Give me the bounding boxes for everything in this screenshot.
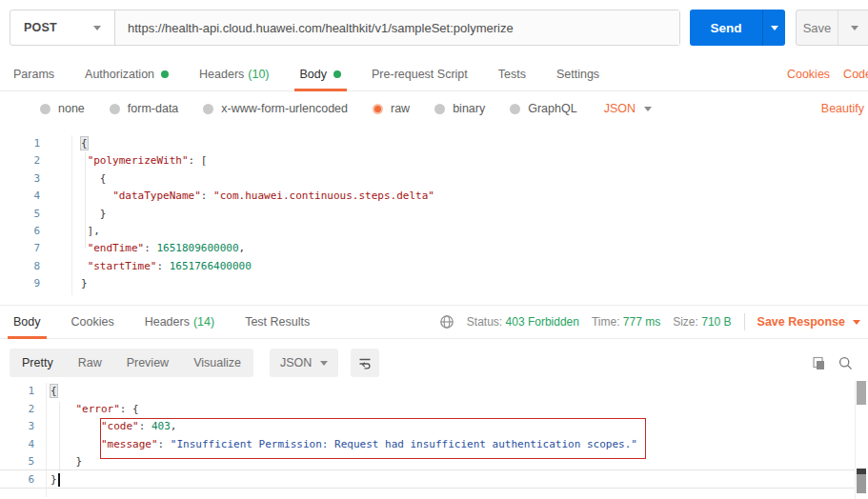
code-token: : — [201, 190, 213, 202]
wrap-text-button[interactable] — [351, 349, 379, 377]
radio-label: form-data — [128, 102, 179, 115]
radio-label: binary — [453, 102, 485, 115]
code-token: } — [50, 455, 82, 468]
cookies-link[interactable]: Cookies — [787, 68, 830, 81]
response-tab-body[interactable]: Body — [8, 306, 47, 338]
code-line: 6 ], — [0, 223, 868, 240]
code-token: : — [139, 420, 151, 432]
code-link[interactable]: Code — [843, 68, 868, 81]
radio-label: raw — [391, 102, 410, 115]
view-tab-visualize[interactable]: Visualize — [181, 349, 253, 377]
body-type-form-data[interactable]: form-data — [110, 102, 179, 115]
send-options-button[interactable] — [762, 10, 785, 46]
code-token: , — [171, 420, 177, 432]
save-button[interactable]: Save — [797, 10, 838, 45]
scrollbar-thumb[interactable] — [857, 381, 866, 405]
tab-authorization[interactable]: Authorization — [79, 57, 174, 90]
code-text: "endTime": 1651809600000, — [81, 240, 245, 257]
send-button-group: Send — [690, 10, 785, 46]
tab-settings[interactable]: Settings — [551, 57, 605, 90]
request-body-editor[interactable]: 1{2 "polymerizeWith": [3 {4 "dataTypeNam… — [0, 133, 868, 297]
save-response-button[interactable]: Save Response — [757, 315, 860, 329]
response-toolbar: PrettyRawPreviewVisualize JSON — [0, 345, 868, 381]
code-token: "dataTypeName" — [112, 190, 201, 202]
chevron-down-icon — [320, 361, 328, 366]
beautify-link[interactable]: Beautify — [821, 91, 864, 126]
code-line: 4 "dataTypeName": "com.huawei.continuous… — [0, 188, 868, 205]
tab-label: Headers — [145, 315, 190, 329]
radio-icon — [110, 104, 120, 114]
code-token: ], — [81, 225, 100, 237]
chevron-down-icon — [851, 26, 858, 30]
code-line: 1{ — [0, 135, 868, 152]
search-response-button[interactable] — [834, 351, 857, 374]
view-tab-label: Pretty — [22, 356, 53, 369]
body-type-x-www-form-urlencoded[interactable]: x-www-form-urlencoded — [203, 102, 348, 115]
line-number: 2 — [0, 152, 40, 170]
response-tab-cookies[interactable]: Cookies — [66, 306, 120, 338]
tab-count-badge: (14) — [193, 315, 214, 329]
scrollbar-thumb[interactable] — [857, 469, 866, 493]
tab-headers[interactable]: Headers(10) — [193, 57, 274, 90]
indent-guide — [85, 152, 86, 248]
save-button-group: Save — [796, 10, 868, 46]
code-text: ], — [81, 223, 100, 240]
code-token: : [ — [189, 154, 208, 167]
line-number: 1 — [0, 135, 40, 152]
code-token: : — [156, 260, 169, 272]
gutter-divider — [46, 383, 47, 497]
tab-pre-request-script[interactable]: Pre-request Script — [366, 57, 474, 90]
chevron-down-icon — [93, 26, 101, 30]
body-type-graphql[interactable]: GraphQL — [510, 102, 576, 115]
radio-icon — [434, 104, 445, 114]
tab-body[interactable]: Body — [294, 57, 348, 90]
code-line: 8 "startTime": 1651766400000 — [0, 258, 868, 275]
tab-label: Headers — [199, 68, 244, 81]
code-text: "message": "Insufficient Permission: Req… — [50, 436, 637, 454]
url-input[interactable]: https://health-api.cloud.huawei.com/heal… — [115, 10, 679, 45]
response-meta: Status: 403 Forbidden Time: 777 ms Size:… — [439, 305, 860, 339]
code-token: } — [81, 277, 88, 289]
response-view-switcher: PrettyRawPreviewVisualize — [10, 349, 253, 377]
code-token: "code" — [101, 420, 139, 432]
tab-label: Params — [13, 68, 54, 81]
tab-label: Body — [13, 315, 41, 329]
view-tab-label: Raw — [78, 356, 102, 369]
code-token — [81, 260, 88, 272]
code-token — [50, 403, 76, 415]
code-line: 2 "polymerizeWith": [ — [0, 152, 868, 170]
raw-language-dropdown[interactable]: JSON — [604, 102, 652, 115]
view-tab-preview[interactable]: Preview — [114, 349, 181, 377]
view-tab-raw[interactable]: Raw — [66, 349, 114, 377]
line-number: 4 — [0, 188, 40, 205]
body-type-binary[interactable]: binary — [434, 102, 485, 115]
code-line: 9} — [0, 275, 868, 292]
code-token: } — [50, 473, 57, 486]
view-tab-pretty[interactable]: Pretty — [10, 349, 66, 377]
copy-icon — [810, 355, 826, 371]
send-button[interactable]: Send — [690, 10, 762, 46]
response-language-dropdown[interactable]: JSON — [270, 349, 338, 377]
body-type-raw[interactable]: raw — [373, 102, 410, 115]
code-line: 5 } — [0, 453, 868, 471]
code-token: "polymerizeWith" — [88, 154, 189, 167]
response-tab-headers[interactable]: Headers(14) — [139, 306, 220, 338]
code-line: 7 "endTime": 1651809600000, — [0, 240, 868, 257]
copy-response-button[interactable] — [806, 351, 829, 374]
tab-params[interactable]: Params — [8, 57, 60, 90]
code-token: : — [144, 242, 156, 254]
code-line: 4 "message": "Insufficient Permission: R… — [0, 436, 868, 454]
size-badge: Size: 710 B — [673, 315, 731, 329]
view-tab-label: Preview — [127, 356, 169, 369]
code-token — [50, 420, 101, 432]
tab-tests[interactable]: Tests — [493, 57, 532, 90]
save-options-button[interactable] — [838, 10, 868, 45]
response-tab-test-results[interactable]: Test Results — [239, 306, 315, 338]
code-text: "startTime": 1651766400000 — [81, 258, 252, 275]
method-dropdown[interactable]: POST — [10, 10, 115, 45]
line-number: 1 — [0, 383, 34, 401]
chevron-down-icon — [771, 26, 778, 30]
body-type-none[interactable]: none — [40, 102, 85, 115]
response-body-viewer[interactable]: 1{2 "error": {3 "code": 403,4 "message":… — [0, 381, 868, 499]
code-token — [50, 438, 101, 450]
